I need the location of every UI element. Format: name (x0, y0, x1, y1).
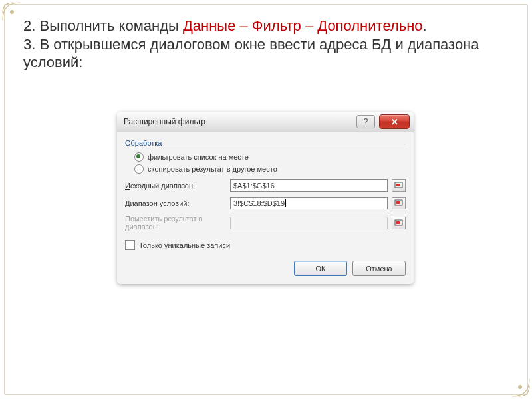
instruction-line1-suffix: . (423, 17, 427, 34)
range-select-icon (394, 181, 403, 190)
svg-point-1 (518, 385, 522, 389)
copy-to-another-radio-row[interactable]: скопировать результат в другое место (134, 164, 406, 174)
criteria-range-input[interactable]: 3!$C$18:$D$19 (230, 197, 388, 209)
dialog-titlebar[interactable]: Расширенный фильтр ? ✕ (117, 112, 414, 132)
dialog-button-row: ОК Отмена (125, 261, 406, 276)
instruction-line1-prefix: 2. Выполнить команды (23, 17, 183, 34)
advanced-filter-dialog: Расширенный фильтр ? ✕ Обработка фильтро… (117, 112, 414, 284)
copy-to-label: Поместить результат в диапазон: (125, 215, 226, 231)
close-button[interactable]: ✕ (379, 114, 410, 129)
instruction-line1-command: Данные – Фильтр – Дополнительно (183, 17, 423, 34)
processing-group-label: Обработка (125, 139, 406, 147)
range-select-icon (394, 199, 403, 207)
criteria-range-ref-button[interactable] (392, 197, 406, 209)
filter-in-place-radio-row[interactable]: фильтровать список на месте (134, 152, 406, 162)
dialog-title: Расширенный фильтр (124, 117, 205, 126)
source-range-row: Исходный диапазон: $A$1:$G$16 (125, 179, 406, 192)
filter-in-place-label: фильтровать список на месте (148, 153, 249, 161)
instruction-text: 2. Выполнить команды Данные – Фильтр – Д… (23, 17, 509, 72)
checkbox-icon (125, 240, 135, 250)
instruction-line2: 3. В открывшемся диалоговом окне ввести … (23, 36, 479, 71)
radio-icon (134, 164, 144, 174)
svg-rect-7 (396, 221, 400, 224)
close-icon: ✕ (391, 117, 398, 127)
unique-records-label: Только уникальные записи (139, 241, 230, 249)
cancel-button[interactable]: Отмена (352, 261, 406, 276)
radio-icon (134, 152, 144, 162)
copy-to-another-label: скопировать результат в другое место (148, 165, 277, 173)
source-range-ref-button[interactable] (392, 179, 406, 192)
unique-records-row[interactable]: Только уникальные записи (125, 240, 406, 250)
ok-button[interactable]: ОК (294, 261, 347, 276)
svg-point-0 (10, 10, 14, 14)
copy-to-ref-button[interactable] (392, 217, 406, 229)
copy-to-input (230, 217, 388, 229)
corner-ornament-bottom-right (492, 359, 532, 399)
text-caret (285, 200, 286, 207)
question-icon: ? (364, 117, 368, 126)
svg-rect-5 (396, 201, 400, 204)
svg-rect-3 (396, 184, 400, 186)
range-select-icon (394, 219, 403, 227)
criteria-range-row: Диапазон условий: 3!$C$18:$D$19 (125, 197, 406, 209)
copy-to-row: Поместить результат в диапазон: (125, 215, 406, 231)
help-button[interactable]: ? (356, 115, 375, 128)
dialog-body: Обработка фильтровать список на месте ск… (117, 132, 414, 284)
source-range-label: Исходный диапазон: (125, 182, 226, 190)
criteria-range-label: Диапазон условий: (125, 200, 226, 207)
source-range-input[interactable]: $A$1:$G$16 (230, 179, 388, 192)
